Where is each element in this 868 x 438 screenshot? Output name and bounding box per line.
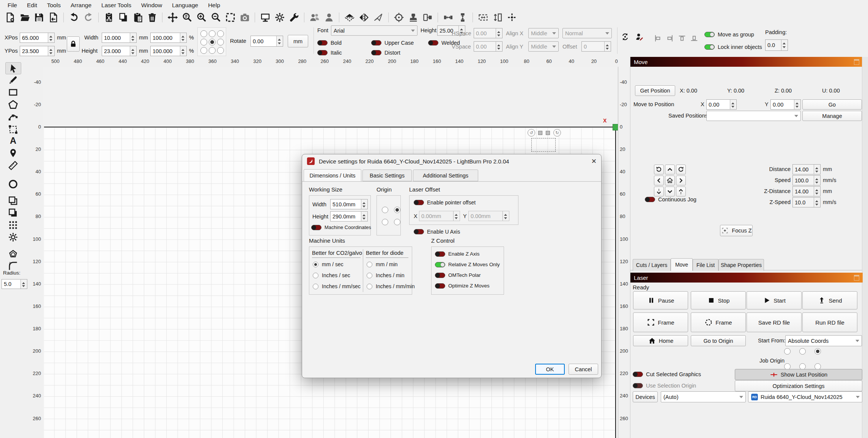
z-control-enable-z-axis[interactable]: Enable Z Axis bbox=[435, 251, 480, 257]
tool-rectangle-icon[interactable] bbox=[5, 86, 20, 98]
pause-button[interactable]: Pause bbox=[633, 291, 688, 309]
z-control-relative-z-moves-only[interactable]: Relative Z Moves Only bbox=[435, 262, 500, 267]
origin-radio-0[interactable] bbox=[784, 348, 791, 355]
ws-height-input[interactable]: 290.0mm bbox=[330, 211, 368, 221]
tool-text-icon[interactable]: A bbox=[5, 135, 20, 146]
user-edit-icon[interactable] bbox=[635, 33, 644, 41]
origin-radio-2[interactable] bbox=[382, 219, 388, 225]
selection-handle[interactable] bbox=[538, 131, 542, 135]
align-top-icon[interactable] bbox=[678, 34, 686, 42]
rotate-handle-icon[interactable]: ↺ bbox=[528, 129, 535, 137]
cut-selected-graphics-toggle[interactable] bbox=[633, 372, 643, 377]
menu-help[interactable]: Help bbox=[203, 1, 225, 10]
rotate-input[interactable]: 0.00 bbox=[250, 36, 283, 47]
unit-option-mm-sec[interactable]: mm / sec bbox=[313, 261, 343, 267]
move-x-input[interactable]: 0.00 bbox=[706, 99, 737, 110]
ws-width-input[interactable]: 510.0mm bbox=[330, 199, 368, 209]
start-button[interactable]: Start bbox=[747, 291, 802, 309]
height-percent-input[interactable]: 100.000 bbox=[150, 46, 187, 56]
origin-radio-2[interactable] bbox=[814, 348, 821, 355]
upper-case-toggle[interactable] bbox=[371, 40, 381, 46]
dialog-tab-additional-settings[interactable]: Additional Settings bbox=[413, 170, 478, 181]
user-icon[interactable] bbox=[323, 11, 335, 24]
new-file-icon[interactable] bbox=[4, 11, 16, 24]
unit-option-inches-min[interactable]: Inches / min bbox=[367, 272, 404, 278]
padding-input[interactable]: 0.0 bbox=[765, 39, 788, 51]
position-laser-icon[interactable] bbox=[392, 11, 405, 24]
move-origin-icon[interactable] bbox=[506, 11, 518, 24]
mirror-horizontal-icon[interactable] bbox=[358, 11, 370, 24]
continuous-jog-row[interactable]: Continuous Jog bbox=[645, 196, 696, 203]
unit-option-inches-sec[interactable]: Inches / sec bbox=[313, 272, 350, 278]
jog-up-button[interactable] bbox=[665, 165, 675, 174]
jog-right-button[interactable] bbox=[676, 176, 686, 185]
origin-radio-1[interactable] bbox=[799, 348, 806, 355]
go-to-origin-button[interactable]: Go to Origin bbox=[691, 335, 746, 346]
tool-grid-array-icon[interactable] bbox=[5, 219, 20, 231]
z-speed-input[interactable]: 10.0 bbox=[792, 197, 821, 207]
align-left-icon[interactable] bbox=[654, 34, 662, 42]
lock-inner-objects-row[interactable]: Lock inner objects bbox=[704, 44, 762, 50]
distance-input[interactable]: 14.00 bbox=[792, 164, 821, 174]
tool-polygon-icon[interactable] bbox=[5, 99, 20, 110]
bold-toggle-row[interactable]: Bold bbox=[317, 40, 342, 46]
tool-edit-nodes-icon[interactable] bbox=[5, 111, 20, 122]
save-file-icon[interactable] bbox=[33, 11, 45, 24]
unit-option-mm-min[interactable]: mm / min bbox=[367, 261, 398, 267]
panel-tab-move[interactable]: Move bbox=[671, 258, 693, 271]
show-last-position-button[interactable]: Show Last Position bbox=[735, 369, 862, 380]
origin-radio-4[interactable] bbox=[209, 39, 216, 46]
origin-radio-2[interactable] bbox=[217, 30, 224, 37]
origin-radio-7[interactable] bbox=[209, 47, 216, 54]
redo-icon[interactable] bbox=[82, 11, 95, 24]
vspace-input[interactable]: 0.00 bbox=[474, 41, 503, 52]
align-x-dropdown[interactable]: Middle bbox=[528, 28, 559, 38]
print-and-cut-icon[interactable] bbox=[407, 11, 419, 24]
enable-u-axis-toggle[interactable] bbox=[414, 229, 424, 234]
zoom-in-icon[interactable] bbox=[195, 11, 208, 24]
port-dropdown[interactable]: (Auto) bbox=[661, 391, 746, 402]
jog-home-button[interactable] bbox=[665, 176, 675, 185]
manage-button[interactable]: Manage bbox=[802, 111, 862, 121]
enable-u-axis-row[interactable]: Enable U Axis bbox=[414, 229, 460, 235]
dock-selection-icon[interactable] bbox=[477, 11, 489, 24]
menu-language[interactable]: Language bbox=[167, 1, 203, 10]
distribute-vertical-icon[interactable] bbox=[456, 11, 469, 24]
cancel-button[interactable]: Cancel bbox=[569, 364, 598, 375]
italic-toggle[interactable] bbox=[317, 50, 328, 55]
jog-down-button[interactable] bbox=[665, 187, 675, 196]
align-right-icon[interactable] bbox=[666, 34, 674, 42]
continuous-jog-toggle[interactable] bbox=[645, 197, 655, 202]
use-selection-origin-toggle[interactable] bbox=[633, 383, 643, 388]
move-as-group-row[interactable]: Move as group bbox=[704, 31, 754, 38]
multi-user-icon[interactable] bbox=[308, 11, 321, 24]
saved-positions-dropdown[interactable] bbox=[706, 111, 801, 121]
use-selection-origin-row[interactable]: Use Selection Origin bbox=[633, 383, 696, 389]
paste-icon[interactable] bbox=[131, 11, 144, 24]
ypos-input[interactable]: 23.500 bbox=[20, 46, 55, 56]
menu-tools[interactable]: Tools bbox=[43, 1, 65, 10]
z-distance-input[interactable]: 14.00 bbox=[792, 186, 821, 196]
bold-toggle[interactable] bbox=[317, 40, 328, 46]
zoom-to-page-icon[interactable] bbox=[181, 11, 193, 24]
units-toggle-button[interactable]: mm bbox=[288, 35, 308, 47]
tool-ellipse-icon[interactable] bbox=[5, 178, 20, 190]
move-as-group-toggle[interactable] bbox=[704, 32, 715, 37]
shear-icon[interactable] bbox=[372, 11, 384, 24]
ok-button[interactable]: OK bbox=[535, 364, 565, 375]
tool-position-pin-icon[interactable] bbox=[5, 147, 20, 159]
move-y-input[interactable]: 0.00 bbox=[770, 99, 801, 110]
panel-tab-file-list[interactable]: File List bbox=[693, 259, 718, 271]
unit-option-inches-mm-min[interactable]: Inches / mm/min bbox=[367, 283, 415, 289]
tool-offset-shapes-icon[interactable] bbox=[5, 248, 20, 259]
z-control-optimize-z-moves[interactable]: Optimize Z Moves bbox=[435, 283, 490, 289]
panel-tab-shape-properties[interactable]: Shape Properties bbox=[718, 259, 764, 271]
copy-icon[interactable] bbox=[117, 11, 129, 24]
offset-y-input[interactable]: 0.00mm bbox=[468, 211, 509, 221]
dialog-title-bar[interactable]: Device settings for Ruida 6640_Y-Cloud_N… bbox=[302, 154, 601, 168]
panel-tab-cuts-layers[interactable]: Cuts / Layers bbox=[633, 259, 671, 271]
italic-toggle-row[interactable]: Italic bbox=[317, 50, 342, 56]
origin-radio-5[interactable] bbox=[217, 39, 224, 46]
lock-aspect-button[interactable] bbox=[67, 36, 80, 52]
distort-toggle[interactable] bbox=[371, 50, 381, 55]
